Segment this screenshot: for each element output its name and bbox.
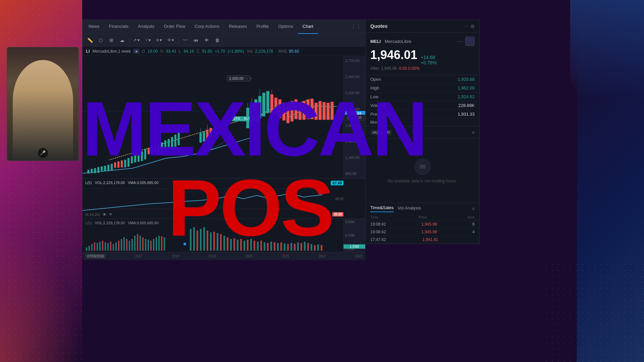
time-axis: 07/03/2016 2017 2018 2019 2020 2021 2022… <box>83 252 365 260</box>
coord-eye: 👁 <box>103 213 106 217</box>
detail-row-open: Open 1,928.88 <box>366 75 479 84</box>
ts-header: Time&Sales Vol Analysis ≡ <box>366 203 479 214</box>
background-bottom-left <box>0 228 82 362</box>
svg-rect-103 <box>164 237 165 251</box>
svg-rect-83 <box>110 242 111 251</box>
chart-toolbar: ✏️ ⬡ ⊞ ☁ ↗ ▾ ⑂ ▾ ≡ ▾ ✛ ▾ 〰 ⏮ 👁 🗑 <box>83 34 365 47</box>
line-icon: ↗ <box>133 38 137 43</box>
svg-rect-95 <box>142 237 144 251</box>
measure-tool-dropdown[interactable]: ✛ ▾ <box>165 36 176 45</box>
high-detail-value: 1,962.00 <box>458 85 475 90</box>
realtime-badge: ● <box>133 49 139 54</box>
tab-orderflow[interactable]: Order Flow <box>159 20 190 34</box>
indicator-vma: VMA:3,005,685.00 <box>128 181 158 185</box>
after-price: 1,945.98 <box>381 66 397 71</box>
high-value: 93.43 <box>166 49 176 54</box>
indicator-label: L(5) <box>85 181 92 185</box>
tab-profile[interactable]: Profile <box>252 20 273 34</box>
tab-corpactions[interactable]: Corp Actions <box>190 20 224 34</box>
ts-list-header: Time Price Size <box>366 214 479 221</box>
tab-financials[interactable]: Financials <box>104 20 133 34</box>
stock-after-hours: After: 1,945.98 -0.03 0.00% <box>370 66 475 71</box>
svg-rect-85 <box>115 242 117 251</box>
ts-time-2: 19:08:42 <box>370 230 386 234</box>
grid-tool-button[interactable]: ⊞ <box>107 36 116 45</box>
svg-rect-96 <box>145 239 146 251</box>
dropdown-arrow-2: ▾ <box>149 38 151 43</box>
delete-button[interactable]: 🗑 <box>213 36 222 45</box>
draw-tool-button[interactable]: ✏️ <box>85 36 95 45</box>
svg-rect-79 <box>99 242 101 251</box>
low-value: 84.19 <box>184 49 194 54</box>
price-level-1: 2,720.00 <box>345 59 364 63</box>
svg-rect-92 <box>134 236 136 251</box>
svg-rect-75 <box>89 246 90 251</box>
ts-time-3: 17:47:42 <box>370 237 386 242</box>
quotes-actions: ⋯ ⊞ <box>463 23 475 29</box>
tab-analysts[interactable]: Analysts <box>133 20 159 34</box>
time-start: 07/03/2016 <box>85 254 106 259</box>
webcam-person <box>13 60 73 161</box>
webcam-video: 🎤 <box>7 47 78 161</box>
close-value: 91.95 <box>202 49 212 54</box>
svg-rect-81 <box>105 242 106 251</box>
ma-value: 95.60 <box>289 49 299 54</box>
open-value: 1,928.88 <box>458 77 475 82</box>
tab-options[interactable]: Options <box>273 20 298 34</box>
quotes-more-button[interactable]: ⋯ <box>463 23 468 29</box>
low-detail-value: 1,924.62 <box>458 94 475 99</box>
tab-releases[interactable]: Releases <box>224 20 252 34</box>
chart-ohlc-bar: LI MercadoLibre,1 week ● O 18.00 H 93.43… <box>83 47 365 56</box>
svg-rect-78 <box>97 243 98 251</box>
orderbook-toggle[interactable]: ≡ <box>472 130 475 135</box>
vol-label: Vol <box>247 49 253 54</box>
cursor-tool-button[interactable]: ⬡ <box>96 36 105 45</box>
svg-rect-102 <box>161 236 162 251</box>
dropdown-arrow-4: ▾ <box>172 38 174 43</box>
tab-news[interactable]: News <box>84 20 104 34</box>
line-tool-dropdown[interactable]: ↗ ▾ <box>131 36 142 45</box>
coord-value: (6,14,24) <box>85 213 100 217</box>
stock-more-button[interactable]: ⋯ <box>457 38 463 45</box>
fork-icon: ⑂ <box>145 38 148 43</box>
quotes-settings-button[interactable]: ⊞ <box>471 23 475 29</box>
stock-avatar <box>465 37 475 46</box>
pattern-icon: ≡ <box>156 38 159 43</box>
indicator-coords: (6,14,24) 👁 ✕ <box>85 212 112 217</box>
indicator-button[interactable]: 〰 <box>180 36 190 45</box>
ts-tab-sales[interactable]: Time&Sales <box>370 205 394 212</box>
ts-tab-analysis[interactable]: Vol Analysis <box>398 205 421 212</box>
time-2023: 2023 <box>355 254 363 258</box>
svg-rect-89 <box>126 239 127 251</box>
arrow-tool-dropdown[interactable]: ⑂ ▾ <box>143 36 153 45</box>
ts-settings-icon[interactable]: ≡ <box>472 206 475 212</box>
price-annotation: 2,020.00 → <box>227 75 251 81</box>
indicator-info: L(5) VOL:2,229,178.00 VMA:3,005,685.00 <box>85 181 158 185</box>
vol-value: 2,229,178 <box>255 49 273 54</box>
stock-ticker: MELI <box>370 39 381 44</box>
after-label: After: <box>370 66 380 71</box>
ts-time-1: 19:08:42 <box>370 222 386 227</box>
high-label: H <box>160 49 163 54</box>
indicator-vol: VOL:2,229,178.00 <box>95 181 125 185</box>
ts-row-1: 19:08:42 1,945.98 6 <box>366 221 479 228</box>
overlay-text-pos: POS <box>168 168 369 248</box>
time-2020: 2020 <box>245 254 253 258</box>
cloud-tool-button[interactable]: ☁ <box>117 36 127 45</box>
close-label: C <box>197 49 200 54</box>
eye-button[interactable]: 👁 <box>202 36 211 45</box>
svg-rect-74 <box>86 247 87 251</box>
annotation-arrow: → <box>245 77 248 80</box>
no-data-text: No available data in non-trading hours. <box>388 179 457 183</box>
svg-rect-93 <box>137 234 138 251</box>
coord-close[interactable]: ✕ <box>109 212 112 217</box>
ts-col-size: Size <box>468 215 475 219</box>
svg-rect-91 <box>131 239 133 251</box>
tab-chart[interactable]: Chart <box>298 20 318 34</box>
time-2019: 2019 <box>209 254 216 258</box>
pattern-tool-dropdown[interactable]: ≡ ▾ <box>154 36 164 45</box>
dropdown-arrow: ▾ <box>138 38 140 43</box>
nav-more-button[interactable]: ⋮⋮ <box>348 23 364 30</box>
replay-button[interactable]: ⏮ <box>191 36 201 45</box>
svg-rect-90 <box>129 241 130 251</box>
